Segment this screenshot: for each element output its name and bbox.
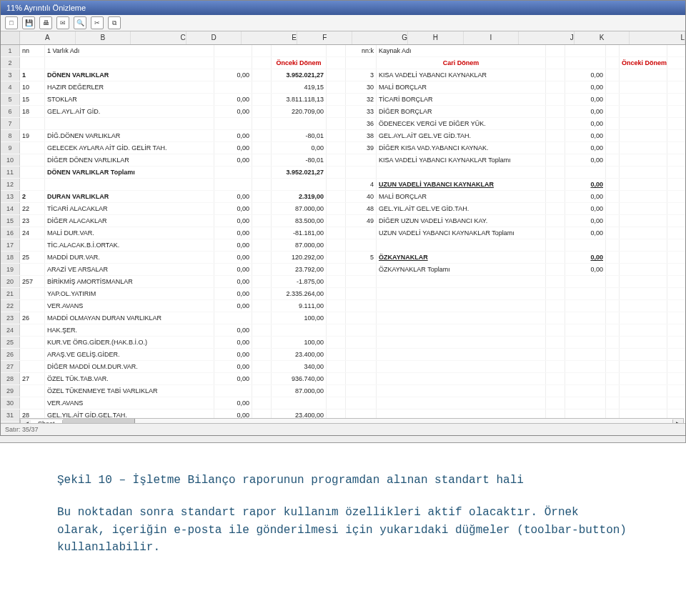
cell-G[interactable] <box>346 361 377 372</box>
cell-B[interactable]: STOKLAR <box>45 94 214 105</box>
cell-I[interactable] <box>546 300 565 312</box>
cell-C[interactable]: 0,00 <box>214 191 252 202</box>
table-row[interactable]: 30VER.AVANS0,00 <box>1 397 685 409</box>
cell-H[interactable]: MALİ BORÇLAR <box>377 191 546 202</box>
table-row[interactable]: 515STOKLAR0,003.811.118,1332TİCARİ BORÇL… <box>1 94 685 106</box>
cell-D[interactable] <box>252 57 272 69</box>
cell-E[interactable]: 100,00 <box>272 337 327 348</box>
cell-F[interactable] <box>327 385 346 397</box>
cell-J[interactable] <box>565 239 606 251</box>
cell-K[interactable] <box>606 349 620 360</box>
cell-D[interactable] <box>252 312 272 324</box>
cell-J[interactable]: 0,00 <box>565 69 606 81</box>
row-number[interactable]: 18 <box>1 252 20 263</box>
cell-C[interactable]: 0,00 <box>214 215 252 227</box>
cell-E[interactable]: 2.335.264,00 <box>272 288 327 299</box>
row-number[interactable]: 20 <box>1 276 20 287</box>
cell-D[interactable] <box>252 94 272 105</box>
cell-C[interactable]: 0,00 <box>214 288 252 299</box>
cell-E[interactable] <box>272 324 327 336</box>
cell-F[interactable] <box>327 300 346 312</box>
cell-F[interactable] <box>327 203 346 214</box>
cell-J[interactable]: 0,00 <box>565 215 606 227</box>
row-number[interactable]: 1 <box>1 45 20 56</box>
cell-E[interactable]: 120.292,00 <box>272 252 327 263</box>
cell-L[interactable] <box>620 252 667 263</box>
cell-F[interactable] <box>327 191 346 202</box>
cell-E[interactable]: 3.952.021,27 <box>272 69 327 81</box>
table-row[interactable]: 22VER.AVANS0,009.111,00 <box>1 300 685 312</box>
row-number[interactable]: 13 <box>1 191 20 202</box>
cell-K[interactable] <box>606 215 620 227</box>
cell-B[interactable]: DÖNEN VARLIKLAR Toplamı <box>45 167 214 178</box>
cell-B[interactable]: DİĞER MADDİ OLM.DUR.VAR. <box>45 361 214 372</box>
cell-E[interactable]: 3.811.118,13 <box>272 94 327 105</box>
cell-I[interactable] <box>546 252 565 263</box>
cell-F[interactable] <box>327 106 346 117</box>
table-row[interactable]: 410HAZIR DEĞERLER419,1530MALİ BORÇLAR0,0… <box>1 81 685 94</box>
cell-A[interactable]: 19 <box>20 130 45 141</box>
cell-G[interactable] <box>346 288 377 299</box>
col-E[interactable]: E <box>242 31 297 44</box>
cell-D[interactable] <box>252 69 272 81</box>
cell-I[interactable] <box>546 288 565 299</box>
table-row[interactable]: 17TİC.ALACAK.B.İ.ORTAK.0,0087.000,00 <box>1 239 685 252</box>
col-J[interactable]: J <box>519 31 575 44</box>
cell-C[interactable]: 0,00 <box>214 106 252 117</box>
cell-I[interactable] <box>546 203 565 214</box>
cell-F[interactable] <box>327 324 346 336</box>
cell-K[interactable] <box>606 94 620 105</box>
cell-I[interactable] <box>546 191 565 202</box>
cell-C[interactable]: 0,00 <box>214 397 252 409</box>
cell-J[interactable] <box>565 57 606 69</box>
cell-B[interactable]: MADDİ DUR.VAR. <box>45 252 214 263</box>
cut-button[interactable]: ✂ <box>91 16 104 29</box>
cell-G[interactable] <box>346 57 377 69</box>
cell-H[interactable] <box>377 385 546 397</box>
cell-K[interactable] <box>606 324 620 336</box>
cell-B[interactable]: DİĞ.DÖNEN VARLIKLAR <box>45 130 214 141</box>
cell-G[interactable]: 39 <box>346 142 377 154</box>
cell-L[interactable] <box>620 179 667 190</box>
cell-E[interactable]: 87.000,00 <box>272 385 327 397</box>
cell-L[interactable] <box>620 349 667 360</box>
cell-E[interactable] <box>272 118 327 129</box>
cell-F[interactable] <box>327 57 346 69</box>
cell-G[interactable]: 30 <box>346 81 377 93</box>
row-number[interactable]: 5 <box>1 94 20 105</box>
row-number[interactable]: 4 <box>1 81 20 93</box>
row-number[interactable]: 25 <box>1 337 20 348</box>
cell-K[interactable] <box>606 130 620 141</box>
cell-J[interactable] <box>565 288 606 299</box>
cell-A[interactable] <box>20 239 45 251</box>
cell-K[interactable] <box>606 337 620 348</box>
cell-H[interactable]: GEL.YIL.AİT GEL.VE GİD.TAH. <box>377 203 546 214</box>
table-row[interactable]: 132DURAN VARLIKLAR0,002.319,0040MALİ BOR… <box>1 191 685 203</box>
cell-J[interactable] <box>565 397 606 409</box>
cell-E[interactable]: 23.792,00 <box>272 264 327 275</box>
table-row[interactable]: 20257BİRİKMİŞ AMORTİSMANLAR0,00-1.875,00 <box>1 276 685 288</box>
row-number[interactable]: 12 <box>1 179 20 190</box>
cell-L[interactable] <box>620 142 667 154</box>
row-number[interactable]: 15 <box>1 215 20 227</box>
cell-J[interactable]: 0,00 <box>565 130 606 141</box>
cell-A[interactable] <box>20 264 45 275</box>
cell-L[interactable] <box>620 385 667 397</box>
cell-K[interactable] <box>606 142 620 154</box>
table-row[interactable]: 26ARAŞ.VE GELİŞ.GİDER.0,0023.400,00 <box>1 349 685 361</box>
cell-G[interactable]: 36 <box>346 118 377 129</box>
cell-B[interactable]: TİC.ALACAK.B.İ.ORTAK. <box>45 239 214 251</box>
row-number[interactable]: 9 <box>1 142 20 154</box>
cell-A[interactable]: 24 <box>20 227 45 239</box>
cell-F[interactable] <box>327 227 346 239</box>
cell-E[interactable]: 87.000,00 <box>272 203 327 214</box>
cell-H[interactable]: DİĞER BORÇLAR <box>377 106 546 117</box>
cell-D[interactable] <box>252 118 272 129</box>
cell-B[interactable]: GELECEK AYLARA AİT GİD. GELİR TAH. <box>45 142 214 154</box>
table-row[interactable]: 21YAP.OL.YATIRIM0,002.335.264,00 <box>1 288 685 300</box>
cell-L[interactable] <box>620 69 667 81</box>
cell-I[interactable] <box>546 179 565 190</box>
cell-C[interactable] <box>214 385 252 397</box>
cell-A[interactable] <box>20 324 45 336</box>
cell-H[interactable]: ÖZKAYNAKLAR Toplamı <box>377 264 546 275</box>
